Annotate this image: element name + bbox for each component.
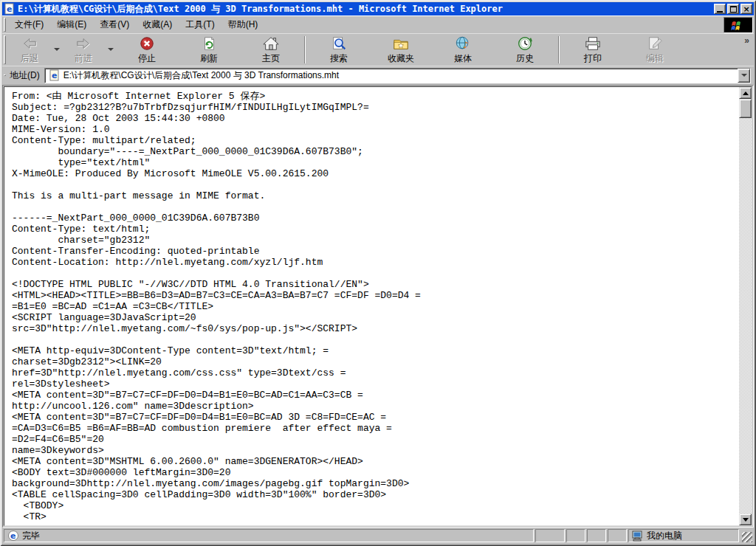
arrow-up-icon (743, 91, 749, 95)
scroll-up-button[interactable] (739, 87, 752, 99)
status-pane: e 完毕 (4, 529, 534, 542)
source-line: Content-Location: http://nlel.myetang.co… (12, 257, 739, 268)
source-line: =B1=E0 =BC=AD =C1=AA =C3=CB</TITLE> (12, 301, 739, 312)
close-button[interactable]: × (740, 4, 752, 14)
search-icon (329, 35, 348, 52)
stop-button[interactable]: 停止 (116, 34, 178, 65)
print-button[interactable]: 打印 (562, 34, 624, 65)
history-clock-icon (515, 35, 535, 52)
source-line: <SCRIPT language=3DJavaScript=20 (12, 312, 739, 323)
source-line: <TBODY> (12, 500, 739, 511)
back-label: 后退 (21, 52, 38, 65)
source-line: <META content=3D"=B7=C7=CF=DF=D0=D4=B1=E… (12, 390, 739, 401)
history-label: 历史 (516, 52, 534, 65)
search-button[interactable]: 搜索 (308, 34, 370, 65)
source-line: <TABLE cellSpacing=3D0 cellPadding=3D0 w… (12, 489, 739, 500)
refresh-button[interactable]: 刷新 (178, 34, 240, 65)
status-text: 完毕 (22, 530, 40, 542)
toolbar-grip[interactable] (4, 35, 6, 64)
ie-document-icon: e (4, 3, 16, 15)
favorites-label: 收藏夹 (388, 52, 414, 65)
empty-pane (608, 529, 627, 542)
edit-pencil-icon (645, 35, 664, 52)
my-computer-icon (632, 530, 644, 542)
svg-text:e: e (10, 531, 16, 541)
media-globe-icon: ♪ (453, 35, 472, 52)
printer-icon (583, 35, 602, 52)
address-dropdown-button[interactable] (738, 69, 750, 83)
forward-arrow-icon (74, 35, 93, 52)
ie-status-icon: e (7, 530, 19, 542)
empty-pane (587, 529, 606, 542)
vertical-scrollbar[interactable] (739, 87, 752, 525)
svg-text:♪: ♪ (463, 40, 469, 50)
menu-item[interactable]: 收藏(A) (136, 17, 179, 32)
forward-button[interactable]: 前进 (62, 34, 105, 65)
standard-toolbar: 后退 前进 停止 刷新 (2, 33, 754, 66)
favorites-folder-icon (391, 35, 410, 52)
source-line (12, 268, 739, 279)
back-dropdown[interactable] (51, 34, 62, 65)
address-bar-grip[interactable] (4, 75, 6, 76)
page-content-area: From: <由 Microsoft Internet Explorer 5 保… (2, 85, 754, 528)
menu-item[interactable]: 文件(F) (8, 17, 50, 32)
toolbar-separator (304, 36, 306, 63)
window-title: E:\计算机教程\CG设计\后期合成\Text 2000 与 3D Transf… (18, 2, 712, 15)
title-bar: e E:\计算机教程\CG设计\后期合成\Text 2000 与 3D Tran… (2, 2, 754, 15)
source-line: <BODY text=3D#000000 leftMargin=3D0=20 (12, 467, 739, 478)
chevron-down-icon (54, 48, 60, 51)
source-line: ------=_NextPart_000_0000_01C39D6A.607B7… (12, 212, 739, 224)
refresh-label: 刷新 (200, 52, 218, 65)
svg-text:e: e (52, 71, 57, 80)
source-line: charset="gb2312" (12, 235, 739, 246)
media-label: 媒体 (454, 52, 472, 65)
favorites-button[interactable]: 收藏夹 (370, 34, 432, 65)
forward-dropdown[interactable] (105, 34, 116, 65)
back-button[interactable]: 后退 (8, 34, 51, 65)
history-button[interactable]: 历史 (494, 34, 556, 65)
minimize-button[interactable] (714, 4, 726, 14)
source-line: http://uncool.126.com" name=3Ddescriptio… (12, 401, 739, 412)
window-resize-grip[interactable] (742, 532, 752, 542)
toolbar-overflow-chevron[interactable]: » (744, 34, 754, 46)
mht-page-icon: e (49, 69, 61, 81)
source-line: <HTML><HEAD><TITLE>=BB=B6=D3=AD=B7=C3=CE… (12, 290, 739, 301)
empty-pane (566, 529, 585, 542)
scrollbar-track[interactable] (739, 118, 752, 514)
source-line (12, 179, 739, 190)
back-arrow-icon (20, 35, 39, 52)
minimize-icon (717, 11, 723, 13)
source-line: <META content=3D"=B7=C7=CF=DF=D0=D4=B1=E… (12, 412, 739, 423)
media-button[interactable]: ♪ 媒体 (432, 34, 494, 65)
menu-bar: 文件(F)编辑(E)查看(V)收藏(A)工具(T)帮助(H) (2, 15, 754, 33)
menu-item[interactable]: 编辑(E) (50, 17, 93, 32)
toolbar-separator (558, 36, 560, 63)
address-input[interactable]: E:\计算机教程\CG设计\后期合成\Text 2000 与 3D Transf… (63, 69, 738, 82)
source-line: type="text/html" (12, 157, 739, 168)
windows-flag-icon (730, 18, 746, 32)
windows-logo-throbber (724, 17, 753, 33)
menu-item[interactable]: 工具(T) (179, 17, 221, 32)
refresh-icon (199, 35, 219, 52)
scrollbar-thumb[interactable] (739, 99, 752, 118)
source-line: href=3D"http://nlel.myetang.com/css.css"… (12, 367, 739, 379)
menu-item[interactable]: 查看(V) (93, 17, 136, 32)
svg-text:e: e (7, 4, 12, 14)
menu-item[interactable]: 帮助(H) (221, 17, 265, 32)
source-line (12, 201, 739, 212)
source-line (12, 334, 739, 345)
mime-source-text: From: <由 Microsoft Internet Explorer 5 保… (4, 87, 739, 525)
maximize-button[interactable] (727, 4, 739, 14)
menu-bar-grip[interactable] (4, 18, 6, 32)
source-line: charset=3Dgb2312"><LINK=20 (12, 356, 739, 367)
stop-icon (137, 35, 157, 52)
scroll-down-button[interactable] (739, 514, 752, 525)
edit-button[interactable]: 编辑 (624, 34, 686, 65)
address-field[interactable]: e E:\计算机教程\CG设计\后期合成\Text 2000 与 3D Tran… (44, 68, 751, 83)
print-label: 打印 (584, 52, 602, 65)
forward-label: 前进 (75, 52, 92, 65)
chevron-down-icon (741, 74, 747, 77)
source-line: background=3Dhttp://nlel.myetang.com/ima… (12, 478, 739, 489)
close-icon: × (743, 5, 749, 13)
home-button[interactable]: 主页 (240, 34, 302, 65)
